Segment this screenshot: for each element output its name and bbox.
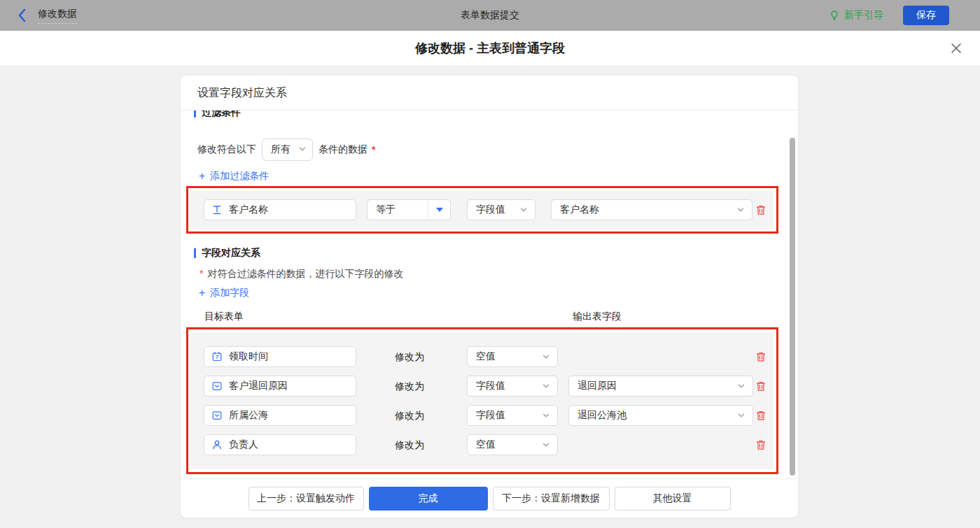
field-mapping-row: 客户退回原因 修改为 字段值 退回原因 (191, 376, 774, 397)
select-icon (211, 410, 223, 421)
select-icon (211, 380, 223, 392)
match-condition-row: 修改符合以下 所有 条件的数据 * (197, 138, 375, 161)
field-mapping-row: 负责人 修改为 空值 (191, 434, 774, 455)
modal-header: 修改数据 - 主表到普通字段 (0, 31, 980, 66)
add-field-link[interactable]: + 添加字段 (199, 287, 249, 299)
modal-title: 修改数据 - 主表到普通字段 (0, 31, 980, 66)
trash-icon[interactable] (755, 410, 766, 422)
scroll-content: 过滤条件 修改符合以下 所有 条件的数据 * + 添加过滤条件 (181, 110, 798, 478)
match-suffix-label: 条件的数据 (318, 143, 368, 156)
filter-highlight-box: 客户名称 等于 字段值 客户名称 (186, 186, 778, 234)
modify-to-label: 修改为 (395, 434, 424, 455)
trash-icon[interactable] (755, 380, 766, 392)
scrollbar-thumb[interactable] (790, 138, 795, 476)
match-mode-select[interactable]: 所有 (262, 138, 313, 161)
filter-field-input[interactable]: 客户名称 (204, 199, 356, 220)
top-toolbar: 修改数据 表单数据提交 新手引导 保存 (0, 0, 980, 31)
next-step-button[interactable]: 下一步：设置新增数据 (493, 487, 610, 511)
value-type-select[interactable]: 空值 (467, 346, 558, 367)
target-field-input[interactable]: 所属公海 (204, 405, 356, 426)
trash-icon[interactable] (755, 351, 766, 363)
chevron-down-icon (542, 382, 550, 390)
output-field-column-header: 输出表字段 (573, 311, 622, 323)
plus-icon: + (199, 171, 205, 182)
plus-icon: + (199, 287, 205, 299)
chevron-down-icon (542, 411, 550, 420)
mapping-description: *对符合过滤条件的数据，进行以下字段的修改 (200, 268, 403, 280)
filter-rows-panel: 客户名称 等于 字段值 客户名称 (191, 191, 774, 229)
beginner-guide-link[interactable]: 新手引导 (829, 9, 883, 22)
calendar-icon: 7 (211, 351, 223, 362)
trash-icon[interactable] (755, 439, 766, 451)
mapping-highlight-box: 7 领取时间 修改为 空值 (186, 327, 778, 474)
output-field-select[interactable]: 退回原因 (568, 376, 753, 397)
add-filter-condition-link[interactable]: + 添加过滤条件 (199, 170, 269, 183)
field-mapping-row: 所属公海 修改为 字段值 退回公海池 (191, 405, 774, 426)
value-type-select[interactable]: 字段值 (467, 376, 558, 397)
prev-step-button[interactable]: 上一步：设置触发动作 (248, 487, 364, 511)
target-field-input[interactable]: 7 领取时间 (204, 346, 356, 367)
value-type-select[interactable]: 空值 (467, 434, 558, 455)
mapping-section-title: 字段对应关系 (194, 247, 260, 259)
chevron-down-icon (542, 441, 550, 449)
person-icon (211, 439, 223, 450)
output-field-select[interactable]: 退回公海池 (568, 405, 753, 426)
text-field-icon (211, 204, 223, 215)
chevron-down-icon (542, 352, 550, 361)
trash-icon[interactable] (755, 204, 766, 216)
close-icon[interactable] (951, 43, 962, 54)
match-prefix-label: 修改符合以下 (197, 143, 256, 156)
save-button[interactable]: 保存 (903, 6, 949, 25)
target-form-column-header: 目标表单 (204, 311, 244, 323)
required-mark: * (200, 268, 203, 279)
done-button[interactable]: 完成 (369, 487, 488, 511)
section-accent-bar (194, 248, 196, 258)
card-header-title: 设置字段对应关系 (181, 76, 798, 110)
beginner-guide-label: 新手引导 (844, 9, 883, 22)
target-field-input[interactable]: 负责人 (204, 434, 356, 455)
settings-card: 设置字段对应关系 过滤条件 修改符合以下 所有 条件的数据 * + 添加过滤条件 (181, 76, 798, 518)
chevron-down-icon (736, 206, 745, 214)
value-type-select[interactable]: 字段值 (467, 199, 536, 220)
other-settings-button[interactable]: 其他设置 (615, 487, 731, 511)
field-mapping-row: 7 领取时间 修改为 空值 (191, 346, 774, 367)
chevron-down-icon (519, 206, 528, 214)
modify-to-label: 修改为 (395, 376, 424, 397)
card-footer: 上一步：设置触发动作 完成 下一步：设置新增数据 其他设置 (181, 478, 798, 518)
value-type-select[interactable]: 字段值 (467, 405, 558, 426)
chevron-down-icon (737, 411, 746, 420)
lightbulb-icon (829, 10, 840, 21)
modify-to-label: 修改为 (395, 346, 424, 367)
target-field-input[interactable]: 客户退回原因 (204, 376, 356, 397)
section-accent-bar (194, 110, 196, 117)
operator-select[interactable]: 等于 (367, 199, 451, 220)
chevron-down-icon (737, 382, 746, 390)
svg-text:7: 7 (216, 354, 218, 360)
required-mark: * (372, 144, 375, 155)
caret-down-icon (428, 200, 450, 220)
filter-value-select[interactable]: 客户名称 (551, 199, 752, 220)
filter-section-title: 过滤条件 (194, 110, 241, 119)
filter-field-value: 客户名称 (229, 204, 268, 216)
chevron-down-icon (298, 144, 307, 155)
mapping-rows-panel: 7 领取时间 修改为 空值 (191, 332, 774, 469)
modify-to-label: 修改为 (395, 405, 424, 426)
